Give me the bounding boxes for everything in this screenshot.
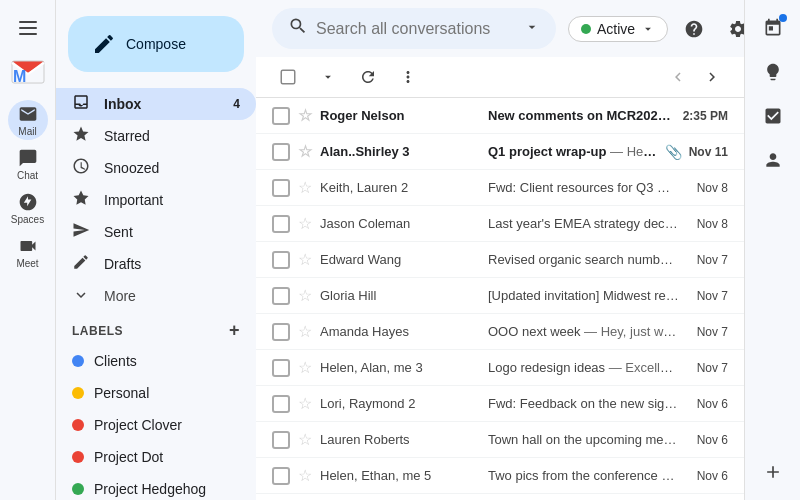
email-meta: Nov 6	[688, 397, 728, 411]
email-star-icon[interactable]: ☆	[298, 466, 312, 485]
email-checkbox[interactable]	[272, 467, 290, 485]
email-row[interactable]: ☆ Lauren Roberts Town hall on the upcomi…	[256, 422, 744, 458]
calendar-icon-button[interactable]	[753, 8, 793, 48]
label-item-project-clover[interactable]: Project Clover	[56, 409, 256, 441]
help-icon-button[interactable]	[676, 11, 712, 47]
email-subject: Q1 project wrap-up — Here's a list of al…	[488, 144, 657, 159]
select-all-checkbox[interactable]	[272, 61, 304, 93]
main-sidebar: Compose Inbox 4 Starred Snoozed Importan…	[56, 0, 256, 500]
email-row[interactable]: ☆ Lori, Raymond 2 Fwd: Feedback on the n…	[256, 386, 744, 422]
email-checkbox[interactable]	[272, 359, 290, 377]
email-row[interactable]: ☆ Amanda Hayes OOO next week — Hey, just…	[256, 314, 744, 350]
email-sender: Helen, Ethan, me 5	[320, 468, 480, 483]
hamburger-menu-icon[interactable]	[8, 8, 48, 48]
email-row[interactable]: ☆ Helen, Ethan, me 5 Two pics from the c…	[256, 458, 744, 494]
email-row[interactable]: ☆ Helen, Alan, me 3 Logo redesign ideas …	[256, 350, 744, 386]
email-meta: Nov 7	[688, 253, 728, 267]
prev-page-button[interactable]	[662, 61, 694, 93]
sidebar-icon-spaces[interactable]: Spaces	[8, 188, 48, 228]
email-star-icon[interactable]: ☆	[298, 430, 312, 449]
email-sender: Amanda Hayes	[320, 324, 480, 339]
email-star-icon[interactable]: ☆	[298, 214, 312, 233]
more-toolbar-icon[interactable]	[392, 61, 424, 93]
email-list: ☆ Roger Nelson New comments on MCR2020 d…	[256, 98, 744, 500]
gmail-logo: M	[8, 52, 48, 92]
search-input[interactable]	[316, 20, 516, 38]
nav-item-drafts[interactable]: Drafts	[56, 248, 256, 280]
label-item-clients[interactable]: Clients	[56, 345, 256, 377]
nav-item-starred[interactable]: Starred	[56, 120, 256, 152]
email-row[interactable]: ☆ Edward Wang Revised organic search num…	[256, 242, 744, 278]
email-toolbar	[256, 57, 744, 98]
email-checkbox[interactable]	[272, 179, 290, 197]
svg-rect-0	[19, 21, 37, 23]
email-checkbox[interactable]	[272, 251, 290, 269]
email-sender: Keith, Lauren 2	[320, 180, 480, 195]
email-row[interactable]: ☆ Roger Nelson New comments on MCR2020 d…	[256, 98, 744, 134]
email-star-icon[interactable]: ☆	[298, 394, 312, 413]
email-checkbox[interactable]	[272, 287, 290, 305]
email-sender: Edward Wang	[320, 252, 480, 267]
label-item-project-hedgehog[interactable]: Project Hedgehog	[56, 473, 256, 500]
email-star-icon[interactable]: ☆	[298, 250, 312, 269]
nav-item-important[interactable]: Important	[56, 184, 256, 216]
email-time: Nov 7	[688, 253, 728, 267]
email-sender: Lori, Raymond 2	[320, 396, 480, 411]
select-dropdown-icon[interactable]	[312, 61, 344, 93]
email-star-icon[interactable]: ☆	[298, 142, 312, 161]
email-row[interactable]: ☆ Keith Obrien [UX] Special delivery! Th…	[256, 494, 744, 500]
search-dropdown-icon[interactable]	[524, 19, 540, 38]
email-subject: Town hall on the upcoming merger — Every…	[488, 432, 680, 447]
search-bar[interactable]	[272, 8, 556, 49]
settings-icon-button[interactable]	[720, 11, 744, 47]
add-label-icon[interactable]: +	[229, 320, 240, 341]
email-time: 2:35 PM	[683, 109, 728, 123]
nav-item-snoozed[interactable]: Snoozed	[56, 152, 256, 184]
email-star-icon[interactable]: ☆	[298, 286, 312, 305]
email-sender: Lauren Roberts	[320, 432, 480, 447]
email-checkbox[interactable]	[272, 431, 290, 449]
snoozed-icon	[72, 157, 92, 179]
email-star-icon[interactable]: ☆	[298, 322, 312, 341]
sidebar-icon-meet[interactable]: Meet	[8, 232, 48, 272]
refresh-button[interactable]	[352, 61, 384, 93]
label-dot-project-hedgehog	[72, 483, 84, 495]
email-sender: Helen, Alan, me 3	[320, 360, 480, 375]
email-checkbox[interactable]	[272, 215, 290, 233]
email-checkbox[interactable]	[272, 143, 290, 161]
email-checkbox[interactable]	[272, 107, 290, 125]
email-row[interactable]: ☆ Alan..Shirley 3 Q1 project wrap-up — H…	[256, 134, 744, 170]
email-star-icon[interactable]: ☆	[298, 358, 312, 377]
add-apps-icon-button[interactable]	[753, 452, 793, 492]
email-subject: Logo redesign ideas — Excellent. Do have…	[488, 360, 680, 375]
next-page-button[interactable]	[696, 61, 728, 93]
compose-button[interactable]: Compose	[68, 16, 244, 72]
status-badge[interactable]: Active	[568, 16, 668, 42]
keep-icon-button[interactable]	[753, 52, 793, 92]
email-time: Nov 7	[688, 325, 728, 339]
sidebar-icon-chat[interactable]: Chat	[8, 144, 48, 184]
tasks-icon-button[interactable]	[753, 96, 793, 136]
sidebar-icon-mail[interactable]: Mail	[8, 100, 48, 140]
important-icon	[72, 189, 92, 211]
email-star-icon[interactable]: ☆	[298, 178, 312, 197]
nav-item-inbox[interactable]: Inbox 4	[56, 88, 256, 120]
nav-item-sent[interactable]: Sent	[56, 216, 256, 248]
svg-text:M: M	[13, 68, 26, 85]
more-icon	[72, 286, 92, 307]
email-subject: Fwd: Feedback on the new signup experien…	[488, 396, 680, 411]
email-checkbox[interactable]	[272, 323, 290, 341]
labels-section-header: Labels +	[56, 312, 256, 345]
label-item-project-dot[interactable]: Project Dot	[56, 441, 256, 473]
label-item-personal[interactable]: Personal	[56, 377, 256, 409]
email-checkbox[interactable]	[272, 395, 290, 413]
email-row[interactable]: ☆ Gloria Hill [Updated invitation] Midwe…	[256, 278, 744, 314]
email-row[interactable]: ☆ Keith, Lauren 2 Fwd: Client resources …	[256, 170, 744, 206]
status-dot	[581, 24, 591, 34]
nav-item-more[interactable]: More	[56, 280, 256, 312]
email-row[interactable]: ☆ Jason Coleman Last year's EMEA strateg…	[256, 206, 744, 242]
email-star-icon[interactable]: ☆	[298, 106, 312, 125]
email-meta: Nov 8	[688, 217, 728, 231]
contacts-icon-button[interactable]	[753, 140, 793, 180]
drafts-icon	[72, 253, 92, 275]
